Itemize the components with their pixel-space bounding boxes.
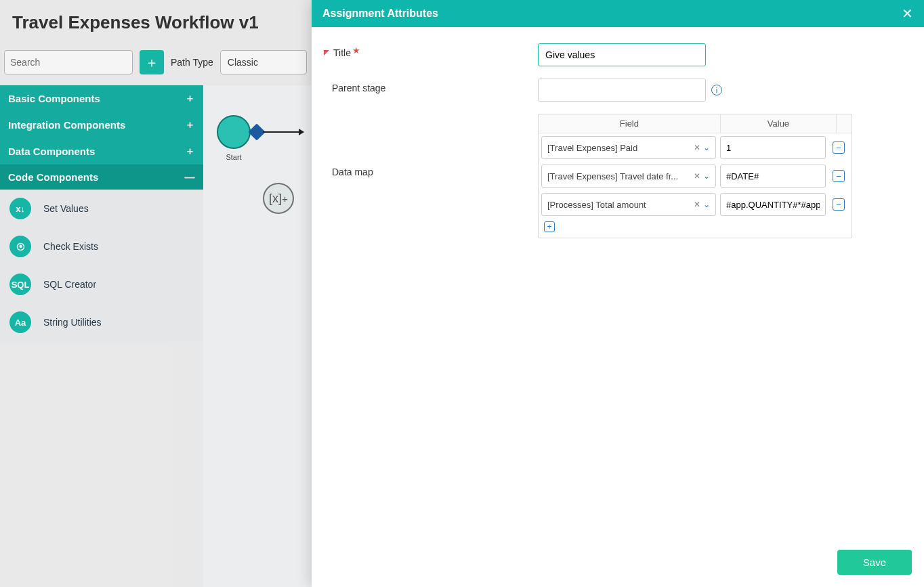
chevron-down-icon: ⌄ [703,171,710,181]
remove-row-button[interactable]: − [833,142,845,154]
required-flag-icon [324,50,329,56]
value-column-header: Value [721,114,837,133]
title-label: Title [333,47,351,58]
title-input[interactable] [538,43,706,66]
field-dropdown[interactable]: [Processes] Total amount ✕ ⌄ [541,193,716,216]
parent-stage-input[interactable] [538,79,706,102]
close-icon[interactable]: ✕ [902,5,913,22]
data-map-table: Field Value [Travel Expenses] Paid ✕ ⌄ − [538,114,852,238]
remove-row-button[interactable]: − [833,170,845,182]
value-input[interactable] [720,136,826,159]
required-star-icon: ★ [352,45,360,56]
field-dropdown[interactable]: [Travel Expenses] Paid ✕ ⌄ [541,136,716,159]
value-input[interactable] [720,193,826,216]
field-dropdown[interactable]: [Travel Expenses] Travel date fr... ✕ ⌄ [541,165,716,188]
remove-row-button[interactable]: − [833,198,845,211]
clear-icon[interactable]: ✕ [694,200,700,209]
value-input[interactable] [720,165,826,188]
assignment-attributes-panel: Assignment Attributes ✕ Title ★ Parent s… [312,0,924,587]
chevron-down-icon: ⌄ [703,143,710,152]
data-map-label: Data map [332,167,373,177]
field-value: [Processes] Total amount [547,200,694,210]
save-button[interactable]: Save [837,550,912,575]
add-row-button[interactable]: + [544,221,555,232]
panel-title: Assignment Attributes [322,7,438,20]
clear-icon[interactable]: ✕ [694,171,700,181]
field-column-header: Field [539,114,721,133]
data-map-row: [Travel Expenses] Travel date fr... ✕ ⌄ … [539,162,852,190]
info-icon[interactable]: i [711,85,722,95]
field-value: [Travel Expenses] Paid [547,143,694,153]
field-value: [Travel Expenses] Travel date fr... [547,171,694,181]
data-map-row: [Travel Expenses] Paid ✕ ⌄ − [539,133,852,162]
parent-stage-label: Parent stage [332,83,385,93]
clear-icon[interactable]: ✕ [694,143,700,152]
data-map-row: [Processes] Total amount ✕ ⌄ − [539,190,852,219]
chevron-down-icon: ⌄ [703,200,710,209]
